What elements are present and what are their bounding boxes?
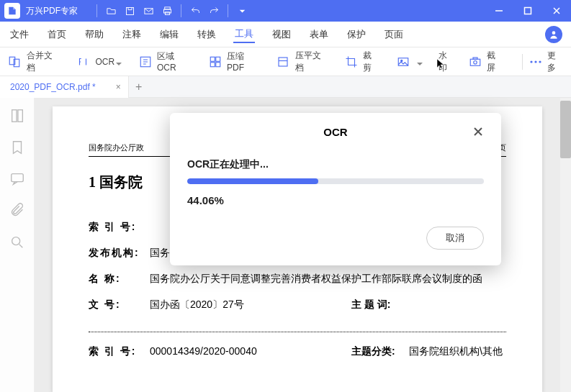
menu-edit[interactable]: 编辑 [158,27,180,42]
quickaccess-dropdown-icon[interactable] [233,0,251,22]
svg-point-22 [539,60,541,63]
progress-status-text: OCR正在处理中... [187,158,484,171]
svg-point-6 [552,31,556,35]
menu-convert[interactable]: 转换 [196,27,217,42]
maximize-button[interactable] [513,0,542,22]
bookmark-icon[interactable] [9,140,25,155]
svg-point-26 [12,237,19,245]
minimize-button[interactable] [485,0,513,22]
merge-icon [7,54,22,70]
menu-pages[interactable]: 页面 [383,27,405,42]
compress-button[interactable]: 压缩PDF [207,50,259,73]
side-panel [0,98,35,392]
progress-percent-text: 44.06% [187,194,484,206]
image-icon [395,54,411,70]
flatten-label: 压平文档 [295,50,328,74]
ocr-label: OCR [95,57,114,67]
menu-view[interactable]: 视图 [271,27,292,42]
docnum-label: 文 号: [89,298,150,311]
ocr-icon [75,54,91,70]
open-icon[interactable] [102,0,120,22]
dialog-close-button[interactable] [472,126,484,140]
topic-label: 主 题 词: [351,298,409,311]
vertical-scrollbar[interactable] [560,98,571,392]
progress-bar [187,178,484,184]
docnum-value: 国办函〔2020〕27号 [150,298,308,311]
title-bar: 万兴PDF专家 [0,0,571,22]
svg-rect-12 [210,62,215,66]
area-ocr-button[interactable]: 区域OCR [138,50,192,73]
page-header-left: 国务院办公厅政 [89,142,144,153]
document-tab[interactable]: 2020_PDF_OCR.pdf * × [0,76,129,98]
name-label: 名 称: [89,273,150,286]
svg-rect-11 [215,57,220,61]
app-logo-icon [4,3,20,19]
print-icon[interactable] [158,0,176,22]
svg-rect-24 [17,110,22,122]
menu-bar: 文件 首页 帮助 注释 编辑 转换 工具 视图 表单 保护 页面 [0,22,571,47]
svg-rect-13 [215,62,220,66]
scrollbar-thumb[interactable] [560,101,571,158]
index-label: 索 引 号: [89,221,150,234]
screenshot-button[interactable]: 截屏 [468,50,504,74]
compress-icon [207,54,222,70]
more-label[interactable]: 更多 [547,50,564,74]
mail-icon[interactable] [139,0,158,22]
separator [96,4,97,17]
ocr-progress-dialog: OCR OCR正在处理中... 44.06% 取消 [170,113,501,265]
cancel-button[interactable]: 取消 [426,227,484,250]
svg-rect-4 [165,12,169,14]
separator [228,4,228,17]
area-ocr-label: 区域OCR [157,50,192,73]
save-icon[interactable] [120,0,139,22]
tab-close-icon[interactable]: × [116,82,121,92]
svg-rect-25 [11,174,23,182]
svg-rect-23 [12,110,16,122]
app-title: 万兴PDF专家 [26,5,78,17]
merge-button[interactable]: 合并文档 [7,50,59,74]
redo-icon[interactable] [204,0,223,22]
toolbar-divider [522,54,523,70]
svg-rect-19 [473,58,477,59]
flatten-button[interactable]: 压平文档 [276,50,328,74]
ocr-button[interactable]: OCR [75,54,122,70]
menu-form[interactable]: 表单 [308,27,330,42]
menu-protect[interactable]: 保护 [346,27,367,42]
undo-icon[interactable] [186,0,204,22]
menu-help[interactable]: 帮助 [84,27,105,42]
crop-icon [343,54,359,70]
search-icon[interactable] [9,234,25,250]
screenshot-label: 截屏 [487,50,503,74]
menu-annotate[interactable]: 注释 [121,27,143,42]
attachment-icon[interactable] [9,203,25,219]
comments-icon[interactable] [9,171,25,187]
svg-rect-5 [525,8,531,14]
name-value: 国务院办公厅关于同意调整完善消费者权益保护工作部际联席会议制度的函 [150,273,482,286]
document-tabbar: 2020_PDF_OCR.pdf * × + [0,76,571,98]
menu-file[interactable]: 文件 [9,27,30,42]
progress-fill [187,178,318,184]
crop-label: 裁剪 [363,50,379,74]
menu-tools[interactable]: 工具 [233,26,255,43]
dotted-divider [89,332,506,332]
chevron-down-icon [417,59,423,65]
close-window-button[interactable] [542,0,571,22]
index2-value: 000014349/2020-00040 [150,345,308,358]
user-avatar-icon[interactable] [545,26,562,43]
thumbnails-icon[interactable] [9,108,25,124]
category-value: 国务院组织机构\其他 [409,345,503,358]
camera-icon [468,54,483,70]
svg-rect-10 [210,57,215,61]
agency-label: 发布机构: [89,247,150,260]
category-label: 主题分类: [351,345,409,358]
flatten-icon [276,54,291,70]
separator [181,4,181,17]
menu-home[interactable]: 首页 [46,27,68,42]
more-icon[interactable] [530,60,541,63]
svg-point-18 [474,60,477,64]
compress-label: 压缩PDF [227,50,260,73]
svg-rect-17 [470,59,480,65]
crop-button[interactable]: 裁剪 [343,50,379,74]
background-button[interactable] [395,54,423,70]
add-tab-button[interactable]: + [129,81,149,94]
